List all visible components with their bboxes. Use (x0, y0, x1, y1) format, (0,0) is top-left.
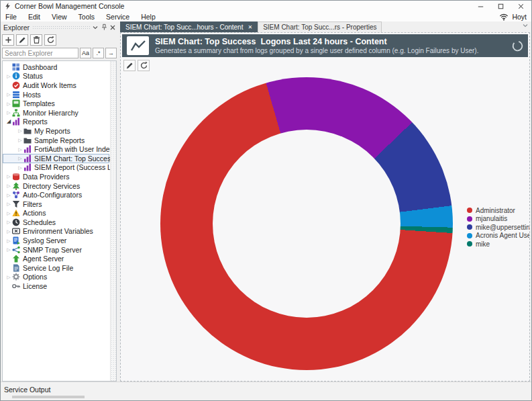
tree-item-snmp-trap-server[interactable]: ▷SNMP Trap Server (3, 245, 109, 255)
tree-item-my-reports[interactable]: ▷My Reports (3, 126, 109, 136)
expand-arrow-icon[interactable]: ▷ (5, 238, 12, 243)
tree-item-license[interactable]: License (3, 281, 109, 291)
panel-drag-handle[interactable] (32, 26, 90, 30)
refresh-button[interactable] (138, 60, 150, 71)
expand-arrow-icon[interactable]: ▷ (17, 128, 23, 133)
expand-arrow-icon[interactable]: ▷ (5, 211, 12, 216)
collapse-arrow-icon[interactable]: ◢ (5, 119, 12, 124)
donut-chart[interactable] (160, 77, 453, 370)
expand-arrow-icon[interactable]: ▷ (5, 220, 12, 224)
chart-legend: Administratormjanulaitismike@uppersettin… (467, 207, 530, 248)
wifi-icon (499, 13, 509, 21)
menu-edit[interactable]: Edit (28, 13, 40, 21)
tree-item-dashboard[interactable]: Dashboard (3, 62, 109, 72)
status-bar-grip (12, 396, 85, 398)
close-button[interactable] (511, 1, 531, 11)
tree-item-service-log-file[interactable]: Service Log File (3, 263, 109, 273)
menu-file[interactable]: File (5, 13, 17, 21)
menu-view[interactable]: View (52, 13, 67, 21)
expand-arrow-icon[interactable]: ▷ (5, 74, 12, 79)
tree-item-label: Environment Variables (23, 227, 93, 235)
tree-item-fortiauth-with-user-index-and-query[interactable]: ▷FortiAuth with User Index and Query (3, 144, 109, 154)
tree-item-status[interactable]: ▷Status (3, 72, 109, 81)
expand-arrow-icon[interactable]: ▷ (5, 92, 12, 97)
menu-tools[interactable]: Tools (78, 13, 95, 21)
syslog-icon (12, 236, 20, 244)
edit-button[interactable] (16, 34, 28, 46)
search-option-button-2[interactable]: → (105, 48, 117, 58)
minimize-button[interactable] (470, 1, 490, 11)
tab-list-chevron-icon[interactable] (523, 24, 528, 28)
legend-item: mjanulaitis (467, 216, 530, 223)
tree-item-audit-work-items[interactable]: Audit Work Items (3, 81, 109, 90)
legend-label: mike (476, 240, 490, 248)
status-bar-label[interactable]: Service Output (4, 386, 50, 394)
delete-button[interactable] (30, 34, 42, 46)
expand-arrow-icon[interactable]: ▷ (5, 193, 12, 197)
search-input[interactable] (2, 48, 78, 58)
panel-pin-icon[interactable] (101, 24, 107, 31)
expand-arrow-icon[interactable]: ▷ (17, 138, 23, 142)
main-area: Explorer Aa.*→ Dashboard▷StatusAudit Wor… (1, 21, 531, 382)
tree-item-schedules[interactable]: ▷Schedules (3, 218, 109, 227)
legend-item: mike@uppersetting.com (467, 224, 530, 231)
tree-item-options[interactable]: ▷Options (3, 273, 109, 282)
expand-arrow-icon[interactable]: ▷ (5, 229, 12, 234)
tree-item-label: Status (23, 72, 43, 80)
status-bar: Service Output (1, 382, 531, 400)
search-option-button-0[interactable]: Aa (80, 48, 91, 58)
tree-item-environment-variables[interactable]: ▷Environment Variables (3, 227, 109, 236)
tab-close-icon[interactable]: ✕ (248, 25, 252, 30)
expand-arrow-icon[interactable]: ▷ (17, 165, 23, 170)
pencil-icon (18, 36, 27, 44)
nodes-icon (12, 191, 20, 199)
tree-item-label: Reports (23, 118, 48, 126)
expand-arrow-icon[interactable]: ▷ (17, 156, 23, 161)
tree-item-label: Templates (23, 99, 55, 107)
expand-arrow-icon[interactable]: ▷ (5, 183, 12, 188)
tree-item-directory-services[interactable]: ▷Directory Services (3, 181, 109, 191)
edit-button[interactable] (123, 60, 136, 71)
panel-menu-chevron-icon[interactable] (93, 26, 98, 30)
search-option-button-1[interactable]: .* (93, 48, 104, 58)
tree-item-agent-server[interactable]: Agent Server (3, 254, 109, 263)
trash-icon (32, 36, 41, 44)
expand-arrow-icon[interactable]: ▷ (5, 247, 12, 252)
tree-item-syslog-server[interactable]: ▷Syslog Server (3, 236, 109, 245)
expand-arrow-icon[interactable]: ▷ (5, 174, 12, 179)
gear-icon (12, 273, 20, 281)
tree-item-sample-reports[interactable]: ▷Sample Reports (3, 136, 109, 145)
tree-item-monitor-hierarchy[interactable]: ▷Monitor Hierarchy (3, 108, 109, 118)
chart-icon (23, 145, 32, 153)
tree-scrollbar[interactable] (110, 61, 116, 381)
menu-help[interactable]: Help (141, 13, 156, 21)
hierarchy-icon (12, 109, 20, 117)
tree-item-templates[interactable]: ▷Templates (3, 99, 109, 108)
panel-close-icon[interactable] (110, 25, 115, 30)
tab-1[interactable]: SIEM Chart: Top Succ...rs - Properties (258, 21, 382, 32)
legend-swatch (467, 224, 472, 230)
report-title: SIEM Chart: Top Success Logons Last 24 h… (155, 37, 478, 46)
expand-arrow-icon[interactable]: ▷ (5, 101, 12, 106)
expand-arrow-icon[interactable]: ▷ (5, 110, 12, 115)
expand-arrow-icon[interactable]: ▷ (17, 147, 23, 152)
menu-service[interactable]: Service (106, 13, 129, 21)
tree-item-reports[interactable]: ◢Reports (3, 118, 109, 127)
tree-item-siem-report-success-logon-events[interactable]: ▷SIEM Report (Success Logon Events) (3, 163, 109, 173)
refresh-button[interactable] (44, 34, 56, 46)
tab-0[interactable]: SIEM Chart: Top Succ...hours - Content✕ (120, 21, 258, 32)
tree-item-auto-configurators[interactable]: ▷Auto-Configurators (3, 190, 109, 199)
expand-arrow-icon[interactable]: ▷ (5, 275, 12, 279)
maximize-button[interactable] (490, 1, 511, 11)
tree-item-siem-chart-top-success-logons-last-24-hours[interactable]: ▷SIEM Chart: Top Success Logons Last 24 … (3, 154, 109, 163)
tree-item-actions[interactable]: ▷Actions (3, 209, 109, 218)
user-area: Hoyt (499, 13, 527, 21)
user-label: Hoyt (512, 13, 527, 21)
tree-item-filters[interactable]: ▷Filters (3, 199, 109, 209)
add-button[interactable] (2, 34, 14, 46)
tree-item-data-providers[interactable]: ▷Data Providers (3, 172, 109, 181)
tree-item-hosts[interactable]: ▷Hosts (3, 90, 109, 99)
expand-arrow-icon[interactable]: ▷ (5, 202, 12, 206)
tree-item-label: Agent Server (23, 255, 64, 263)
window-controls (470, 1, 531, 11)
